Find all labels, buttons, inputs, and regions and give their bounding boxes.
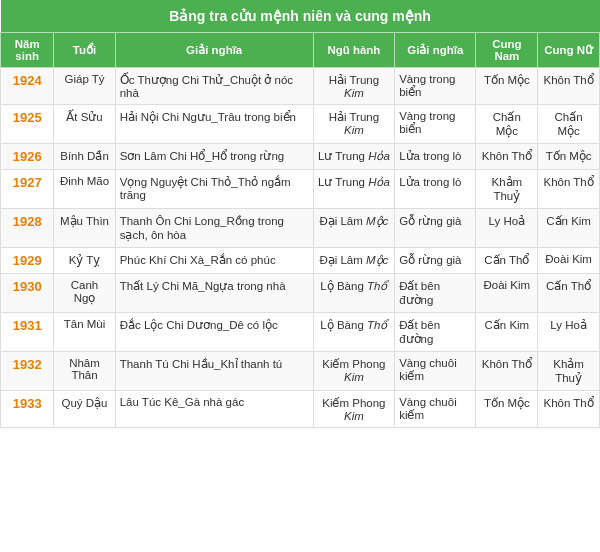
cell-ngu-hanh: Đại Lâm Mộc <box>313 248 395 274</box>
cell-giai-nghia: Hải Nội Chi Ngưu_Trâu trong biển <box>115 105 313 144</box>
cell-giai-nghia2: Vàng chuôi kiếm <box>395 391 476 428</box>
cell-tuoi: Bính Dần <box>54 144 115 170</box>
cell-ngu-hanh: Hải Trung Kim <box>313 68 395 105</box>
cell-giai-nghia: Thất Lý Chi Mã_Ngựa trong nhà <box>115 274 313 313</box>
table-row: 1926Bính DầnSơn Lâm Chi Hổ_Hổ trong rừng… <box>1 144 600 170</box>
cell-tuoi: Đinh Mão <box>54 170 115 209</box>
col-nam-sinh: Năm sinh <box>1 33 54 68</box>
cell-cung-nam: Tốn Mộc <box>476 391 538 428</box>
cell-tuoi: Quý Dậu <box>54 391 115 428</box>
table-body: 1924Giáp TýỐc Thượng Chi Thử_Chuột ở nóc… <box>1 68 600 428</box>
cell-nam-sinh: 1926 <box>1 144 54 170</box>
cell-giai-nghia: Lâu Túc Kê_Gà nhà gác <box>115 391 313 428</box>
cell-cung-nu: Ly Hoả <box>538 313 600 352</box>
cell-giai-nghia: Vọng Nguyệt Chi Thỏ_Thỏ ngắm trăng <box>115 170 313 209</box>
cell-nam-sinh: 1930 <box>1 274 54 313</box>
cell-cung-nam: Khảm Thuỷ <box>476 170 538 209</box>
col-cung-nu: Cung Nữ <box>538 33 600 68</box>
main-table-container: Bảng tra cửu mệnh niên và cung mệnh Năm … <box>0 0 600 428</box>
cell-cung-nu: Đoài Kim <box>538 248 600 274</box>
cuu-menh-table: Bảng tra cửu mệnh niên và cung mệnh Năm … <box>0 0 600 428</box>
cell-ngu-hanh: Lộ Bàng Thổ <box>313 274 395 313</box>
table-row: 1927Đinh MãoVọng Nguyệt Chi Thỏ_Thỏ ngắm… <box>1 170 600 209</box>
cell-ngu-hanh: Đại Lâm Mộc <box>313 209 395 248</box>
col-cung-nam: Cung Nam <box>476 33 538 68</box>
cell-cung-nam: Khôn Thổ <box>476 144 538 170</box>
cell-nam-sinh: 1925 <box>1 105 54 144</box>
cell-nam-sinh: 1927 <box>1 170 54 209</box>
table-row: 1931Tân MùiĐắc Lộc Chi Dương_Dê có lộcLộ… <box>1 313 600 352</box>
cell-giai-nghia: Sơn Lâm Chi Hổ_Hổ trong rừng <box>115 144 313 170</box>
cell-giai-nghia2: Gỗ rừng già <box>395 248 476 274</box>
cell-giai-nghia: Phúc Khí Chi Xà_Rắn có phúc <box>115 248 313 274</box>
col-giai-nghia2: Giải nghĩa <box>395 33 476 68</box>
cell-giai-nghia2: Vàng chuôi kiếm <box>395 352 476 391</box>
cell-giai-nghia2: Lửa trong lò <box>395 144 476 170</box>
cell-giai-nghia: Đắc Lộc Chi Dương_Dê có lộc <box>115 313 313 352</box>
cell-nam-sinh: 1928 <box>1 209 54 248</box>
table-title: Bảng tra cửu mệnh niên và cung mệnh <box>1 0 600 33</box>
cell-giai-nghia2: Gỗ rừng già <box>395 209 476 248</box>
cell-ngu-hanh: Kiếm Phong Kim <box>313 352 395 391</box>
cell-giai-nghia2: Vàng trong biển <box>395 105 476 144</box>
cell-ngu-hanh: Kiếm Phong Kim <box>313 391 395 428</box>
cell-giai-nghia: Ốc Thượng Chi Thử_Chuột ở nóc nhà <box>115 68 313 105</box>
cell-giai-nghia2: Đất bên đường <box>395 313 476 352</box>
cell-giai-nghia2: Đất bên đường <box>395 274 476 313</box>
col-ngu-hanh: Ngũ hành <box>313 33 395 68</box>
cell-cung-nam: Cấn Thổ <box>476 248 538 274</box>
cell-cung-nam: Khôn Thổ <box>476 352 538 391</box>
cell-cung-nu: Cấn Thổ <box>538 274 600 313</box>
cell-giai-nghia2: Lửa trong lò <box>395 170 476 209</box>
cell-cung-nu: Khôn Thổ <box>538 68 600 105</box>
cell-tuoi: Kỷ Tỵ <box>54 248 115 274</box>
cell-ngu-hanh: Hải Trung Kim <box>313 105 395 144</box>
cell-ngu-hanh: Lộ Bàng Thổ <box>313 313 395 352</box>
cell-cung-nu: Cấn Kim <box>538 209 600 248</box>
col-tuoi: Tuổi <box>54 33 115 68</box>
cell-cung-nam: Chấn Mộc <box>476 105 538 144</box>
cell-tuoi: Tân Mùi <box>54 313 115 352</box>
cell-tuoi: Mậu Thìn <box>54 209 115 248</box>
cell-giai-nghia: Thanh Ôn Chi Long_Rồng trong sạch, ôn hò… <box>115 209 313 248</box>
table-row: 1933Quý DậuLâu Túc Kê_Gà nhà gácKiếm Pho… <box>1 391 600 428</box>
cell-cung-nam: Cấn Kim <box>476 313 538 352</box>
table-row: 1925Ất SửuHải Nội Chi Ngưu_Trâu trong bi… <box>1 105 600 144</box>
cell-giai-nghia2: Vàng trong biển <box>395 68 476 105</box>
cell-nam-sinh: 1933 <box>1 391 54 428</box>
col-giai-nghia: Giải nghĩa <box>115 33 313 68</box>
cell-ngu-hanh: Lư Trung Hỏa <box>313 170 395 209</box>
cell-tuoi: Nhâm Thân <box>54 352 115 391</box>
table-row: 1932Nhâm ThânThanh Tú Chi Hầu_Khỉ thanh … <box>1 352 600 391</box>
cell-nam-sinh: 1929 <box>1 248 54 274</box>
cell-cung-nu: Chấn Mộc <box>538 105 600 144</box>
table-row: 1924Giáp TýỐc Thượng Chi Thử_Chuột ở nóc… <box>1 68 600 105</box>
cell-tuoi: Canh Ngọ <box>54 274 115 313</box>
cell-cung-nu: Khôn Thổ <box>538 391 600 428</box>
cell-cung-nam: Ly Hoả <box>476 209 538 248</box>
cell-cung-nu: Khôn Thổ <box>538 170 600 209</box>
cell-nam-sinh: 1932 <box>1 352 54 391</box>
cell-giai-nghia: Thanh Tú Chi Hầu_Khỉ thanh tú <box>115 352 313 391</box>
table-row: 1929Kỷ TỵPhúc Khí Chi Xà_Rắn có phúcĐại … <box>1 248 600 274</box>
cell-tuoi: Ất Sửu <box>54 105 115 144</box>
cell-cung-nu: Tốn Mộc <box>538 144 600 170</box>
cell-ngu-hanh: Lư Trung Hỏa <box>313 144 395 170</box>
cell-cung-nam: Tốn Mộc <box>476 68 538 105</box>
cell-tuoi: Giáp Tý <box>54 68 115 105</box>
cell-nam-sinh: 1924 <box>1 68 54 105</box>
cell-nam-sinh: 1931 <box>1 313 54 352</box>
cell-cung-nu: Khảm Thuỷ <box>538 352 600 391</box>
cell-cung-nam: Đoài Kim <box>476 274 538 313</box>
table-row: 1930Canh NgọThất Lý Chi Mã_Ngựa trong nh… <box>1 274 600 313</box>
table-row: 1928Mậu ThìnThanh Ôn Chi Long_Rồng trong… <box>1 209 600 248</box>
